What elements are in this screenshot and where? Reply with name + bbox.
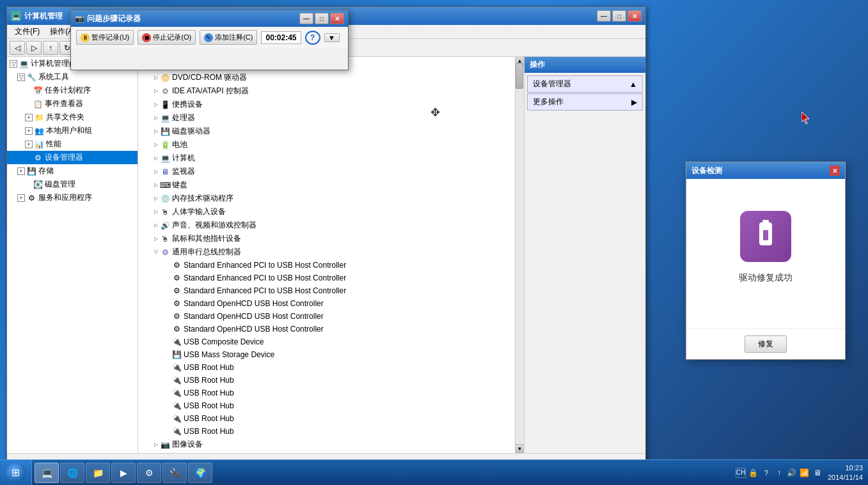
tree-device-label: 设备管理器 [45,152,83,163]
device-usb-root-hub-4[interactable]: 🔌 USB Root Hub [139,399,523,412]
taskbar-cm[interactable]: 💻 [35,463,59,483]
psr-title: 问题步骤记录器 [87,13,141,24]
toolbar-back-button[interactable]: ◁ [10,41,25,55]
taskbar-folder[interactable]: 📁 [86,463,110,483]
tray-network2-icon[interactable]: 🖥 [812,468,823,478]
actions-title: 操作 [530,60,545,69]
taskbar-usb-icon: 🔌 [168,466,181,479]
memory-icon: 💿 [160,194,170,204]
repair-button[interactable]: 修复 [745,335,787,353]
device-enhanced-1[interactable]: ⚙ Standard Enhanced PCI to USB Host Cont… [139,259,523,272]
usb-ctrl-icon: ⚙ [160,247,170,258]
device-usb-root-hub-5-label: USB Root Hub [184,414,234,423]
device-usb-root-hub-3[interactable]: 🔌 USB Root Hub [139,387,523,399]
usb-root-hub-icon-2: 🔌 [171,375,182,385]
psr-pause-button[interactable]: ⏸ 暂停记录(U) [76,30,134,45]
usb-host-icon-1: ⚙ [171,260,182,270]
svg-rect-2 [763,230,768,240]
device-memory-tech[interactable]: ▷ 💿 内存技术驱动程序 [139,192,523,205]
scroll-down-button[interactable]: ▼ [516,444,524,453]
device-openhcd-1[interactable]: ⚙ Standard OpenHCD USB Host Controller [139,297,523,310]
device-manager-action-label: 设备管理器 [533,79,571,89]
tree-device-manager[interactable]: ⚙ 设备管理器 [7,151,138,164]
device-hid[interactable]: ▷ 🖱 人体学输入设备 [139,205,523,219]
tree-disk-mgmt[interactable]: 💽 磁盘管理 [7,178,138,191]
psr-minimize-btn[interactable]: — [299,13,313,24]
left-tree-panel: ▽ 💻 计算机管理(本地) ▽ 🔧 系统工具 📅 任务计划程序 📋 事件查看器 … [7,57,138,453]
tray-arrow-icon[interactable]: ↑ [774,468,784,478]
tray-speaker-icon[interactable]: 🔊 [787,468,797,478]
tree-storage[interactable]: + 💾 存储 [7,164,138,178]
cm-minimize-button[interactable]: — [597,10,611,22]
taskbar-settings[interactable]: ⚙ [137,463,161,483]
center-scrollbar[interactable]: ▲ ▼ [515,57,524,453]
scroll-thumb[interactable] [516,63,523,89]
mouse-expand-arrow: ▷ [152,235,160,243]
device-usb-root-hub-2[interactable]: 🔌 USB Root Hub [139,374,523,387]
device-usb-root-hub-1[interactable]: 🔌 USB Root Hub [139,361,523,374]
usb-ctrl-expand-arrow: ▽ [152,249,160,256]
device-mouse[interactable]: ▷ 🖱 鼠标和其他指针设备 [139,232,523,245]
device-usb-root-hub-6[interactable]: 🔌 USB Root Hub [139,425,523,438]
taskbar-browser2[interactable]: 🌍 [188,463,212,483]
toolbar-up-button[interactable]: ↑ [43,41,58,55]
device-usb-root-hub-4-label: USB Root Hub [184,401,234,410]
device-usb-controllers[interactable]: ▽ ⚙ 通用串行总线控制器 [139,245,523,259]
tray-network-icon[interactable]: 🔒 [748,468,759,478]
taskbar-browser1[interactable]: 🌐 [60,463,84,483]
sound-icon: 🔊 [160,220,170,231]
tree-shared-folders[interactable]: + 📁 共享文件夹 [7,111,138,124]
device-processor[interactable]: ▷ 💻 处理器 [139,111,523,125]
device-usb-mass-storage[interactable]: 💾 USB Mass Storage Device [139,348,523,361]
psr-stop-button[interactable]: ⏹ 停止记录(O) [138,30,196,45]
device-usb-root-hub-5[interactable]: 🔌 USB Root Hub [139,412,523,425]
cm-close-button[interactable]: ✕ [627,10,642,22]
psr-close-btn[interactable]: ✕ [330,13,344,24]
device-computer[interactable]: ▷ 💻 计算机 [139,151,523,165]
menu-file[interactable]: 文件(F) [10,25,45,38]
device-manager-action[interactable]: 设备管理器 ▲ [527,75,643,93]
device-imaging[interactable]: ▷ 📷 图像设备 [139,438,523,451]
toolbar-forward-button[interactable]: ▷ [26,41,42,55]
psr-maximize-btn[interactable]: □ [315,13,329,24]
device-battery[interactable]: ▷ 🔋 电池 [139,138,523,151]
tree-performance[interactable]: + 📊 性能 [7,137,138,151]
tree-services[interactable]: + ⚙ 服务和应用程序 [7,191,138,204]
tray-lang-icon[interactable]: CH [736,468,746,478]
device-sound[interactable]: ▷ 🔊 声音、视频和游戏控制器 [139,219,523,232]
more-actions[interactable]: 更多操作 ▶ [527,93,643,111]
device-disk-drive[interactable]: ▷ 💾 磁盘驱动器 [139,125,523,138]
device-usb-root-hub-2-label: USB Root Hub [184,376,234,385]
device-usb-composite[interactable]: 🔌 USB Composite Device [139,335,523,348]
psr-help-button[interactable]: ? [305,31,320,45]
tree-local-users[interactable]: + 👥 本地用户和组 [7,124,138,137]
tree-services-label: 服务和应用程序 [38,192,92,203]
tree-event-viewer[interactable]: 📋 事件查看器 [7,97,138,111]
device-ide[interactable]: ▷ ⚙ IDE ATA/ATAPI 控制器 [139,84,523,98]
battery-icon: 🔋 [160,140,170,150]
device-enhanced-2[interactable]: ⚙ Standard Enhanced PCI to USB Host Cont… [139,272,523,284]
psr-add-comment-button[interactable]: ✎ 添加注释(C) [200,30,257,45]
dialog-close-button[interactable]: ✕ [830,166,840,176]
psr-settings-button[interactable]: ▼ [324,33,340,42]
device-openhcd-3[interactable]: ⚙ Standard OpenHCD USB Host Controller [139,323,523,335]
device-enhanced-3[interactable]: ⚙ Standard Enhanced PCI to USB Host Cont… [139,284,523,297]
device-monitor[interactable]: ▷ 🖥 监视器 [139,165,523,178]
taskbar-media[interactable]: ▶ [111,463,136,483]
taskbar-usb[interactable]: 🔌 [162,463,187,483]
psr-pause-label: 暂停记录(U) [91,33,129,42]
device-dvd[interactable]: ▷ 📀 DVD/CD-ROM 驱动器 [139,71,523,84]
tray-wifi-icon[interactable]: 📶 [800,468,810,478]
start-button[interactable]: ⊞ [0,460,32,486]
device-portable[interactable]: ▷ 📱 便携设备 [139,98,523,111]
taskbar-settings-icon: ⚙ [143,466,155,479]
action-section: 设备管理器 ▲ 更多操作 ▶ [525,73,645,114]
tree-task-scheduler[interactable]: 📅 任务计划程序 [7,84,138,97]
device-openhcd-2[interactable]: ⚙ Standard OpenHCD USB Host Controller [139,310,523,323]
mouse-icon: 🖱 [160,234,170,244]
wrench-icon: 🔧 [26,72,36,82]
cm-maximize-button[interactable]: □ [612,10,626,22]
tray-help-icon[interactable]: ? [761,468,771,478]
device-keyboard[interactable]: ▷ ⌨ 键盘 [139,178,523,192]
tree-system-tools[interactable]: ▽ 🔧 系统工具 [7,70,138,84]
